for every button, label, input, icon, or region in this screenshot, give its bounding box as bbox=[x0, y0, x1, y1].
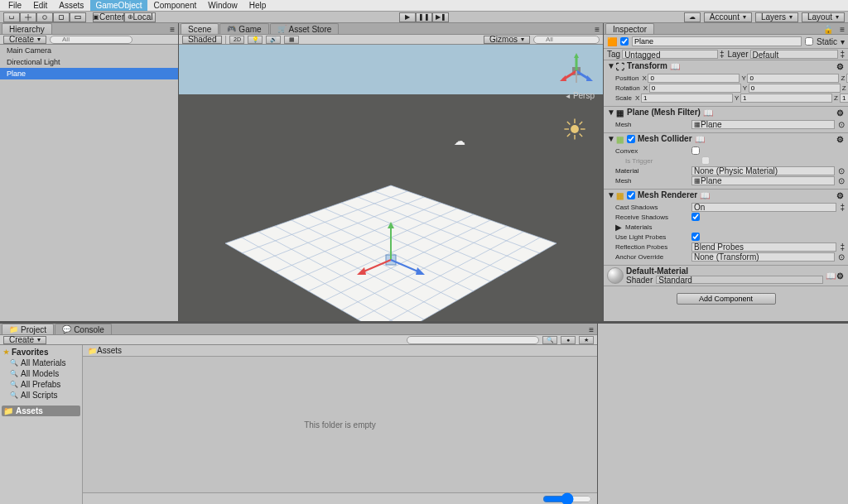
object-picker-icon[interactable]: ⊙ bbox=[838, 166, 845, 175]
project-breadcrumb[interactable]: 📁 Assets bbox=[83, 345, 597, 357]
gear-icon[interactable]: ⚙ bbox=[836, 108, 845, 117]
scale-tool-button[interactable] bbox=[53, 12, 70, 22]
help-icon[interactable]: 📖 bbox=[826, 271, 834, 280]
scene-lighting-toggle[interactable]: 💡 bbox=[248, 36, 263, 44]
tag-dropdown[interactable]: Untagged bbox=[622, 50, 718, 59]
scene-search-input[interactable] bbox=[533, 36, 600, 44]
scene-2d-toggle[interactable]: 2D bbox=[229, 36, 244, 44]
reflection-probes-dropdown[interactable]: Blend Probes bbox=[691, 242, 836, 252]
inspector-lock-icon[interactable]: 🔒 bbox=[821, 25, 836, 34]
menu-edit[interactable]: Edit bbox=[28, 0, 52, 11]
tab-scene[interactable]: Scene bbox=[181, 23, 219, 34]
object-picker-icon[interactable]: ⊙ bbox=[838, 120, 845, 129]
layer-dropdown[interactable]: Default bbox=[750, 50, 839, 59]
tab-hierarchy[interactable]: Hierarchy bbox=[2, 23, 52, 34]
scene-view[interactable]: ☁ bbox=[179, 45, 603, 321]
rotation-x-input[interactable] bbox=[649, 84, 741, 93]
object-picker-icon[interactable]: ⊙ bbox=[838, 252, 845, 262]
scene-audio-toggle[interactable]: 🔊 bbox=[266, 36, 281, 44]
rect-tool-button[interactable] bbox=[70, 12, 86, 22]
gear-icon[interactable]: ⚙ bbox=[836, 62, 845, 70]
scale-x-input[interactable] bbox=[641, 94, 733, 103]
rotate-tool-button[interactable] bbox=[36, 12, 53, 22]
use-light-probes-checkbox[interactable] bbox=[691, 233, 700, 241]
hand-tool-button[interactable] bbox=[3, 12, 20, 22]
tab-game[interactable]: 🎮 Game bbox=[219, 23, 268, 34]
object-picker-icon[interactable]: ⊙ bbox=[838, 176, 845, 185]
help-icon[interactable]: 📖 bbox=[670, 62, 678, 70]
favorites-header[interactable]: ★Favorites bbox=[2, 347, 80, 358]
help-icon[interactable]: 📖 bbox=[703, 108, 711, 117]
anchor-override-field[interactable]: None (Transform) bbox=[691, 252, 835, 262]
receive-shadows-checkbox[interactable] bbox=[691, 213, 700, 221]
search-type-button[interactable]: ● bbox=[561, 336, 576, 344]
pause-button[interactable]: ❚❚ bbox=[416, 12, 432, 22]
account-dropdown[interactable]: Account ▾ bbox=[704, 12, 752, 22]
cloud-button[interactable]: ☁ bbox=[684, 12, 701, 22]
thumbnail-size-slider[interactable] bbox=[542, 495, 592, 503]
favorite-all-materials[interactable]: 🔍All Materials bbox=[2, 358, 80, 368]
tab-asset-store[interactable]: 🛒 Asset Store bbox=[270, 23, 340, 34]
panel-menu-icon[interactable]: ≡ bbox=[585, 325, 597, 334]
position-y-input[interactable] bbox=[747, 74, 839, 83]
foldout-icon[interactable]: ▼ bbox=[607, 108, 614, 117]
tab-inspector[interactable]: Inspector bbox=[605, 23, 654, 34]
gizmos-dropdown[interactable]: Gizmos ▾ bbox=[484, 36, 530, 44]
gameobject-name-input[interactable] bbox=[632, 36, 802, 46]
gameobject-active-checkbox[interactable] bbox=[620, 37, 629, 46]
help-icon[interactable]: 📖 bbox=[695, 135, 703, 143]
search-save-button[interactable]: ★ bbox=[579, 336, 594, 344]
project-search-input[interactable] bbox=[407, 336, 539, 344]
step-button[interactable]: ▶❚ bbox=[432, 12, 449, 22]
help-icon[interactable]: 📖 bbox=[700, 191, 708, 199]
handle-mode-button[interactable]: ⊕ Local bbox=[124, 12, 156, 22]
search-filter-button[interactable]: 🔍 bbox=[542, 336, 557, 344]
mesh-collider-enable-checkbox[interactable] bbox=[627, 135, 635, 143]
project-content-area[interactable]: This folder is empty bbox=[83, 357, 597, 492]
move-tool-button[interactable] bbox=[20, 12, 36, 22]
favorite-all-prefabs[interactable]: 🔍All Prefabs bbox=[2, 379, 80, 390]
favorite-all-scripts[interactable]: 🔍All Scripts bbox=[2, 390, 80, 401]
panel-menu-icon[interactable]: ≡ bbox=[166, 25, 178, 34]
hierarchy-item-main-camera[interactable]: Main Camera bbox=[0, 45, 178, 56]
cast-shadows-dropdown[interactable]: On bbox=[691, 203, 836, 212]
collider-mesh-field[interactable]: ▦ Plane bbox=[691, 176, 835, 185]
panel-menu-icon[interactable]: ≡ bbox=[591, 25, 603, 34]
menu-help[interactable]: Help bbox=[244, 0, 272, 11]
gear-icon[interactable]: ⚙ bbox=[836, 191, 845, 199]
foldout-icon[interactable]: ▶ bbox=[615, 223, 622, 232]
menu-assets[interactable]: Assets bbox=[54, 0, 89, 11]
mesh-field[interactable]: ▦ Plane bbox=[691, 120, 835, 129]
project-create-dropdown[interactable]: Create ▾ bbox=[3, 336, 46, 344]
static-checkbox[interactable] bbox=[805, 37, 813, 46]
gear-icon[interactable]: ⚙ bbox=[836, 135, 845, 143]
foldout-icon[interactable]: ▼ bbox=[607, 61, 614, 70]
tab-project[interactable]: 📁 Project bbox=[2, 324, 54, 334]
foldout-icon[interactable]: ▼ bbox=[607, 190, 614, 199]
plane-object[interactable] bbox=[209, 177, 573, 321]
menu-window[interactable]: Window bbox=[203, 0, 243, 11]
add-component-button[interactable]: Add Component bbox=[677, 293, 776, 305]
menu-file[interactable]: File bbox=[3, 0, 26, 11]
physic-material-field[interactable]: None (Physic Material) bbox=[691, 166, 835, 175]
layout-dropdown[interactable]: Layout ▾ bbox=[802, 12, 845, 22]
favorite-all-models[interactable]: 🔍All Models bbox=[2, 368, 80, 379]
scene-fx-toggle[interactable]: ▦ bbox=[284, 36, 299, 44]
hierarchy-item-plane[interactable]: Plane bbox=[0, 68, 178, 79]
camera-gizmo-icon[interactable]: ☁ bbox=[454, 134, 465, 147]
shader-dropdown[interactable]: Standard bbox=[656, 276, 823, 284]
pivot-mode-button[interactable]: ▣ Center bbox=[93, 12, 124, 22]
position-x-input[interactable] bbox=[648, 74, 740, 83]
mesh-renderer-enable-checkbox[interactable] bbox=[627, 191, 635, 199]
tab-console[interactable]: 💬 Console bbox=[55, 324, 112, 334]
play-button[interactable]: ▶ bbox=[399, 12, 416, 22]
rotation-y-input[interactable] bbox=[749, 84, 841, 93]
hierarchy-create-dropdown[interactable]: Create ▾ bbox=[3, 36, 46, 44]
draw-mode-dropdown[interactable]: Shaded bbox=[182, 36, 222, 44]
hierarchy-search-input[interactable] bbox=[50, 36, 132, 44]
menu-component[interactable]: Component bbox=[149, 0, 202, 11]
orientation-gizmo[interactable] bbox=[558, 53, 595, 89]
layers-dropdown[interactable]: Layers ▾ bbox=[755, 12, 798, 22]
convex-checkbox[interactable] bbox=[691, 146, 700, 155]
projection-label[interactable]: ◄ Persp bbox=[565, 91, 595, 100]
